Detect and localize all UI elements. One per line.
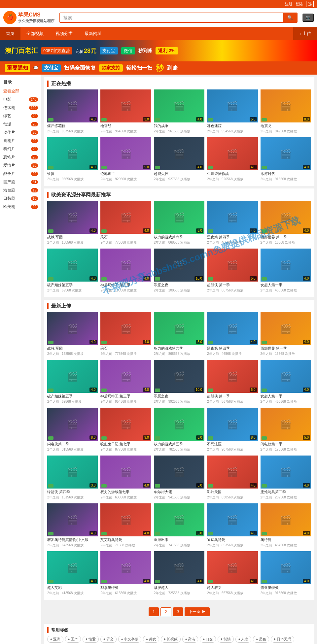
nav-all-videos[interactable]: 全部视频 (20, 27, 50, 40)
sidebar-item-label: 港台剧 (3, 187, 15, 193)
sidebar-item[interactable]: 动作片20 (0, 128, 41, 137)
video-card[interactable]: 🎬 8.0 闪电侠第二季 2年之前 315568 次播放 (47, 408, 98, 453)
sidebar-item[interactable]: 港台剧19 (0, 186, 41, 194)
video-card[interactable]: 🎬 4.0 僵尸练花鞋 2年之前 967568 次播放 (47, 89, 98, 135)
page-1-button[interactable]: 1 (149, 607, 159, 616)
tag-item[interactable]: ♦ 制情 (218, 636, 234, 643)
video-card[interactable]: 🎬 5.0 权力的游戏第六季 2年之前 868568 次播放 (154, 312, 204, 357)
upload-link[interactable]: ↑ 上传 (293, 27, 317, 40)
video-card[interactable]: 🎬 8.0 不死法医 2年之前 907568 次播放 (207, 408, 258, 453)
video-card[interactable]: 🎬 4.0 战戟·军团 2年之前 168568 次播放 (47, 312, 98, 357)
video-card[interactable]: 🎬 4.0 破产姐妹第五季 2年之前 69568 次播放 (47, 360, 98, 405)
next-page-button[interactable]: 下一页 ▶ (185, 607, 209, 616)
video-card[interactable]: 🎬 4.0 神盾局特工 第三季 2年之前 954568 次播放 (100, 360, 151, 405)
tag-item[interactable]: ♦ 群交 (100, 636, 117, 643)
sidebar-item[interactable]: 国产剧31 (0, 178, 41, 186)
sidebar-item[interactable]: 战争片20 (0, 170, 41, 178)
video-card[interactable]: 🎬 4.0 盖亚奥特曼 2年之前 913568 次播放 (261, 551, 311, 596)
video-card[interactable]: 🎬 4.0 奥特曼 2年之前 454568 次播放 (261, 503, 311, 549)
hot-section-title: 正在热播 (47, 81, 71, 87)
video-card[interactable]: 🎬 4.0 西部世界 第一季 2年之前 16568 次播放 (261, 201, 311, 246)
tag-item[interactable]: ♦ 长视频 (161, 636, 181, 643)
video-card[interactable]: 🎬 4.0 采石 2年之前 775568 次播放 (100, 201, 151, 246)
video-card[interactable]: 🎬 3.0 绿箭侠 第四季 2年之前 151568 次播放 (47, 456, 98, 501)
sidebar-item[interactable]: 科幻片20 (0, 145, 41, 153)
video-card[interactable]: 🎬 4.0 超人艾彩 2年之前 413568 次播放 (47, 551, 98, 596)
sidebar-item[interactable]: 欧美剧20 (0, 203, 41, 211)
video-card[interactable]: 🎬 5.0 超胆侠 第一季 2年之前 867568 次播放 (207, 249, 258, 294)
video-card[interactable]: 🎬 4.0 艾克斯奥特曼 2年之前 71568 次播放 (100, 503, 151, 549)
video-card[interactable]: 🎬 4.0 超人赛文 2年之前 657568 次播放 (207, 551, 258, 596)
video-card[interactable]: 🎬 4.0 患难与共第二季 2年之前 202568 次播放 (261, 456, 311, 501)
search-button[interactable]: 🔍 (283, 13, 297, 22)
video-card[interactable]: 🎬 5.0 超胆侠 第一季 2年之前 867568 次播放 (207, 360, 258, 405)
video-card[interactable]: 🎬 4.0 神盾局特工 第三季 2年之前 188568 次播放 (100, 249, 151, 294)
video-card[interactable]: 🎬 4.0 女超人第一季 2年之前 450568 次播放 (261, 360, 311, 405)
video-card[interactable]: 🎬 4.0 采石 2年之前 775568 次播放 (100, 312, 151, 357)
video-card[interactable]: 🎬 5.0 暮色迷踪 2年之前 954568 次播放 (207, 89, 258, 135)
video-card[interactable]: 🎬 4.0 女超人第一季 2年之前 450568 次播放 (261, 249, 311, 294)
video-card[interactable]: 🎬 4.0 赛罗奥特曼真情伤(中文版 2年之前 643568 次播放 (47, 503, 98, 549)
video-score-green (48, 166, 53, 169)
page-2-button[interactable]: 2 (160, 607, 171, 616)
sidebar-item[interactable]: 电影140 (0, 95, 41, 104)
tag-item[interactable]: ♦ 口交 (200, 636, 216, 643)
video-card[interactable]: 🎬 10.0 罪恶之夜 2年之前 108568 次播放 (154, 249, 204, 294)
sidebar-view-all[interactable]: 查看全部 (0, 87, 41, 95)
video-card[interactable]: 🎬 4.0 影片天国 2年之前 630568 次播放 (207, 456, 258, 501)
nav-latest-url[interactable]: 最新网址 (79, 27, 108, 40)
video-card[interactable]: 🎬 4.0 我的战争 2年之前 961568 次播放 (154, 89, 204, 135)
page-3-button[interactable]: 3 (173, 607, 183, 616)
video-card[interactable]: 🎬 8.0 地震龙 2年之前 942568 次播放 (261, 89, 311, 135)
sidebar-item[interactable]: 喜剧片20 (0, 137, 41, 145)
banner-bottom[interactable]: 重要通知 💬 支付宝 扫码全面恢复 独家支持 轻松扫一扫 秒 到账 (0, 61, 317, 75)
video-card[interactable]: 🎬 4.0 黑夜第 第四季 2年之前 46568 次播放 (207, 312, 258, 357)
video-card[interactable]: 🎬 4.0 铁翼 2年之前 936568 次播放 (47, 137, 98, 183)
video-card[interactable]: 🎬 4.0 超能失控 2年之前 927568 次播放 (154, 137, 204, 183)
tag-item[interactable]: ♦ 中文字幕 (118, 636, 142, 643)
tag-item[interactable]: ♦ 高清 (182, 636, 198, 643)
video-card[interactable]: 🎬 4.0 戴拿奥特曼 2年之前 615568 次播放 (100, 551, 151, 596)
video-card[interactable]: 🎬 5.0 闪电侠第一季 2年之前 175568 次播放 (261, 408, 311, 453)
video-title: 地震龙 (261, 123, 311, 128)
login-link[interactable]: 登陆 (296, 2, 303, 7)
search-input[interactable] (60, 13, 283, 22)
tag-item[interactable]: ♦ 性爱 (83, 636, 99, 643)
video-card[interactable]: 🎬 4.0 黑夜第 第四季 2年之前 46568 次播放 (207, 201, 258, 246)
video-card[interactable]: 🎬 4.0 战戟·军团 2年之前 168568 次播放 (47, 201, 98, 246)
sidebar-item[interactable]: 爱情片20 (0, 161, 41, 170)
video-card[interactable]: 🎬 5.0 权力的游戏第六季 2年之前 868568 次播放 (154, 201, 204, 246)
nav-categories[interactable]: 视频分类 (50, 27, 79, 40)
video-card[interactable]: 🎬 3.0 地雷战 2年之前 964568 次播放 (100, 89, 151, 135)
sidebar-item[interactable]: 动漫20 (0, 120, 41, 128)
banner-top[interactable]: 澳门百老汇 9057官方直营 充值28元 支付宝 微信 秒到账 返利 2% (0, 40, 317, 61)
lang-selector[interactable]: 选 (306, 1, 314, 7)
video-card[interactable]: 🎬 4.0 迪迦奥特曼 2年之前 853568 次播放 (207, 503, 258, 549)
cam-button[interactable]: 📷 (302, 14, 314, 22)
video-card[interactable]: 🎬 10.0 罪恶之夜 2年之前 992568 次播放 (154, 360, 204, 405)
video-score-green (101, 166, 107, 169)
tag-item[interactable]: ♦ 亚洲 (47, 636, 63, 643)
video-card[interactable]: 🎬 5.0 华尔街大佬 2年之前 941568 次播放 (154, 456, 204, 501)
sidebar-item[interactable]: 恐怖片20 (0, 153, 41, 161)
video-card[interactable]: 🎬 4.0 冰河时代 2年之前 916568 次播放 (261, 137, 311, 183)
tag-item[interactable]: ♦ 品色 (253, 636, 269, 643)
video-card[interactable]: 🎬 5.0 绝地逃亡 2年之前 929568 次播放 (100, 137, 151, 183)
video-card[interactable]: 🎬 4.0 减肥超人 2年之前 725568 次播放 (154, 551, 204, 596)
sidebar-item[interactable]: 综艺20 (0, 112, 41, 120)
tag-item[interactable]: ♦ 人妻 (235, 636, 252, 643)
video-card[interactable]: 🎬 4.0 破产姐妹第五季 2年之前 69568 次播放 (47, 249, 98, 294)
register-link[interactable]: 注册 (285, 2, 292, 7)
video-card[interactable]: 🎬 4.0 仁川登陆作战 2年之前 926568 次播放 (207, 137, 258, 183)
nav-home[interactable]: 首页 (0, 27, 20, 40)
video-card[interactable]: 🎬 5.0 权力的游戏第五季 2年之前 782568 次播放 (154, 408, 204, 453)
tag-item[interactable]: ♦ 日本无码 (271, 636, 294, 643)
sidebar-item[interactable]: 连续剧120 (0, 104, 41, 112)
tag-item[interactable]: ♦ 美女 (143, 636, 159, 643)
video-card[interactable]: 🎬 5.0 重振出来 2年之前 741568 次播放 (154, 503, 204, 549)
sidebar-item[interactable]: 日韩剧10 (0, 194, 41, 203)
video-card[interactable]: 🎬 4.0 权力的游戏第七季 2年之前 638568 次播放 (100, 456, 151, 501)
video-card[interactable]: 🎬 4.0 西部世界 第一季 2年之前 16568 次播放 (261, 312, 311, 357)
video-card[interactable]: 🎬 9.0 吸血鬼日记 第七季 2年之前 877568 次播放 (100, 408, 151, 453)
tag-item[interactable]: ♦ 国产 (65, 636, 81, 643)
